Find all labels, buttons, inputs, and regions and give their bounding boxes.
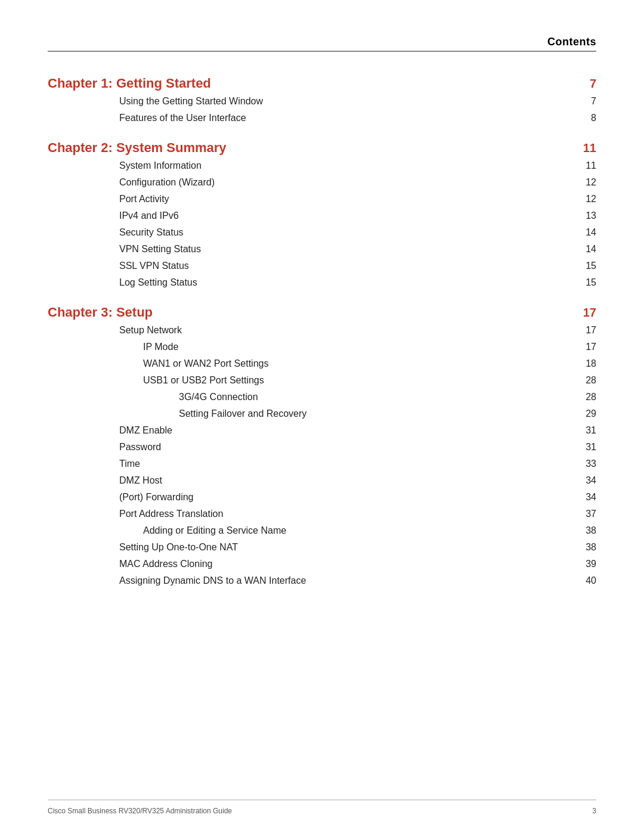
page-container: Contents Chapter 1: Getting Started7Usin… xyxy=(0,0,644,833)
toc-page-ch2-0: 11 xyxy=(572,160,596,171)
chapter-page-ch2: 11 xyxy=(572,141,596,155)
toc-label-ch2-1: Configuration (Wizard) xyxy=(119,177,215,188)
toc-entry-ch1-0: Using the Getting Started Window7 xyxy=(48,96,596,107)
chapter-title-row-ch2: Chapter 2: System Summary11 xyxy=(48,140,596,156)
toc-page-ch3-14: 39 xyxy=(572,559,596,569)
toc-label-ch2-5: VPN Setting Status xyxy=(119,244,201,255)
toc-entry-ch3-3: USB1 or USB2 Port Settings28 xyxy=(48,375,596,386)
toc-entry-ch2-3: IPv4 and IPv613 xyxy=(48,210,596,221)
toc-label-ch3-2: WAN1 or WAN2 Port Settings xyxy=(143,358,268,369)
chapter-title-ch3: Chapter 3: Setup xyxy=(48,305,153,320)
toc-label-ch3-12: Adding or Editing a Service Name xyxy=(143,525,286,536)
chapter-page-ch3: 17 xyxy=(572,306,596,320)
toc-label-ch3-6: DMZ Enable xyxy=(119,425,172,436)
chapter-title-row-ch1: Chapter 1: Getting Started7 xyxy=(48,76,596,91)
toc-label-ch3-5: Setting Failover and Recovery xyxy=(179,408,306,419)
toc-entry-ch3-1: IP Mode17 xyxy=(48,342,596,352)
toc-label-ch3-3: USB1 or USB2 Port Settings xyxy=(143,375,264,386)
toc-page-ch3-11: 37 xyxy=(572,509,596,519)
toc-entry-ch3-11: Port Address Translation37 xyxy=(48,509,596,519)
toc-entry-ch2-0: System Information11 xyxy=(48,160,596,171)
toc-label-ch3-7: Password xyxy=(119,442,161,453)
toc-label-ch2-2: Port Activity xyxy=(119,194,169,205)
toc-entry-ch1-1: Features of the User Interface8 xyxy=(48,113,596,123)
toc-entry-ch3-8: Time33 xyxy=(48,459,596,469)
toc-page-ch3-10: 34 xyxy=(572,492,596,503)
toc-entry-ch3-12: Adding or Editing a Service Name38 xyxy=(48,525,596,536)
toc-label-ch3-15: Assigning Dynamic DNS to a WAN Interface xyxy=(119,575,306,586)
toc-label-ch3-4: 3G/4G Connection xyxy=(179,392,258,402)
toc-page-ch1-0: 7 xyxy=(572,96,596,107)
toc-page-ch3-2: 18 xyxy=(572,358,596,369)
toc-page-ch3-15: 40 xyxy=(572,575,596,586)
footer-right: 3 xyxy=(592,807,596,815)
toc-label-ch2-7: Log Setting Status xyxy=(119,277,197,288)
header-divider xyxy=(48,51,596,52)
toc-label-ch3-11: Port Address Translation xyxy=(119,509,223,519)
chapter-title-ch1: Chapter 1: Getting Started xyxy=(48,76,211,91)
toc-label-ch2-6: SSL VPN Status xyxy=(119,261,189,271)
toc-label-ch3-14: MAC Address Cloning xyxy=(119,559,213,569)
toc-label-ch3-13: Setting Up One-to-One NAT xyxy=(119,542,238,553)
toc-entry-ch3-10: (Port) Forwarding34 xyxy=(48,492,596,503)
toc-entry-ch3-0: Setup Network17 xyxy=(48,325,596,336)
toc-page-ch3-1: 17 xyxy=(572,342,596,352)
toc-entry-ch2-1: Configuration (Wizard)12 xyxy=(48,177,596,188)
toc-entry-ch3-6: DMZ Enable31 xyxy=(48,425,596,436)
toc-label-ch1-0: Using the Getting Started Window xyxy=(119,96,263,107)
contents-header: Contents xyxy=(48,36,596,51)
toc-label-ch1-1: Features of the User Interface xyxy=(119,113,246,123)
toc-entry-ch3-15: Assigning Dynamic DNS to a WAN Interface… xyxy=(48,575,596,586)
toc-page-ch3-5: 29 xyxy=(572,408,596,419)
chapter-page-ch1: 7 xyxy=(572,77,596,91)
toc-label-ch2-0: System Information xyxy=(119,160,202,171)
toc-entry-ch3-7: Password31 xyxy=(48,442,596,453)
toc-page-ch3-7: 31 xyxy=(572,442,596,453)
toc-label-ch3-0: Setup Network xyxy=(119,325,182,336)
toc-page-ch3-8: 33 xyxy=(572,459,596,469)
toc-entry-ch2-5: VPN Setting Status14 xyxy=(48,244,596,255)
toc-label-ch3-1: IP Mode xyxy=(143,342,178,352)
toc-page-ch3-13: 38 xyxy=(572,542,596,553)
chapter-group-ch3: Chapter 3: Setup17Setup Network17IP Mode… xyxy=(48,305,596,586)
toc-page-ch2-4: 14 xyxy=(572,227,596,238)
toc-page-ch2-1: 12 xyxy=(572,177,596,188)
toc-entry-ch3-4: 3G/4G Connection28 xyxy=(48,392,596,402)
toc-label-ch3-8: Time xyxy=(119,459,140,469)
toc-page-ch2-3: 13 xyxy=(572,210,596,221)
toc-entry-ch3-13: Setting Up One-to-One NAT38 xyxy=(48,542,596,553)
toc-entry-ch2-2: Port Activity12 xyxy=(48,194,596,205)
chapter-title-row-ch3: Chapter 3: Setup17 xyxy=(48,305,596,320)
toc-entry-ch3-5: Setting Failover and Recovery29 xyxy=(48,408,596,419)
toc-page-ch3-12: 38 xyxy=(572,525,596,536)
toc-label-ch2-4: Security Status xyxy=(119,227,184,238)
toc-entry-ch3-2: WAN1 or WAN2 Port Settings18 xyxy=(48,358,596,369)
toc-entry-ch2-7: Log Setting Status15 xyxy=(48,277,596,288)
toc-page-ch1-1: 8 xyxy=(572,113,596,123)
toc-entry-ch2-4: Security Status14 xyxy=(48,227,596,238)
chapter-title-ch2: Chapter 2: System Summary xyxy=(48,140,227,156)
toc-page-ch2-6: 15 xyxy=(572,261,596,271)
toc-page-ch2-5: 14 xyxy=(572,244,596,255)
footer: Cisco Small Business RV320/RV325 Adminis… xyxy=(48,807,596,815)
toc-entry-ch3-9: DMZ Host34 xyxy=(48,475,596,486)
footer-left: Cisco Small Business RV320/RV325 Adminis… xyxy=(48,807,232,815)
toc-entry-ch2-6: SSL VPN Status15 xyxy=(48,261,596,271)
toc-page-ch3-4: 28 xyxy=(572,392,596,402)
toc-page-ch3-0: 17 xyxy=(572,325,596,336)
contents-title: Contents xyxy=(547,36,596,48)
chapter-group-ch2: Chapter 2: System Summary11System Inform… xyxy=(48,140,596,288)
toc-page-ch3-9: 34 xyxy=(572,475,596,486)
toc-label-ch3-9: DMZ Host xyxy=(119,475,162,486)
toc-label-ch2-3: IPv4 and IPv6 xyxy=(119,210,179,221)
toc-page-ch2-2: 12 xyxy=(572,194,596,205)
toc-page-ch3-6: 31 xyxy=(572,425,596,436)
toc-entry-ch3-14: MAC Address Cloning39 xyxy=(48,559,596,569)
chapter-group-ch1: Chapter 1: Getting Started7Using the Get… xyxy=(48,76,596,123)
footer-rule xyxy=(48,800,596,800)
toc-label-ch3-10: (Port) Forwarding xyxy=(119,492,193,503)
toc-page-ch3-3: 28 xyxy=(572,375,596,386)
toc-content: Chapter 1: Getting Started7Using the Get… xyxy=(48,76,596,586)
toc-page-ch2-7: 15 xyxy=(572,277,596,288)
